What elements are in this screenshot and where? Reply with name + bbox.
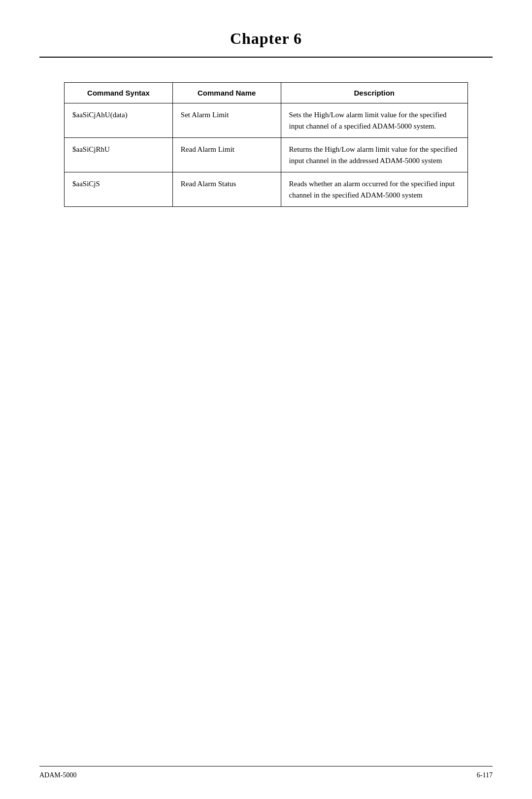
command-table: Command Syntax Command Name Description … <box>64 82 468 207</box>
cell-name-2: Read Alarm Status <box>172 172 281 207</box>
table-row: $aaSiCjSRead Alarm StatusReads whether a… <box>65 172 468 207</box>
page-footer: ADAM-5000 6-117 <box>39 766 493 779</box>
table-header-row: Command Syntax Command Name Description <box>65 83 468 103</box>
table-row: $aaSiCjRhURead Alarm LimitReturns the Hi… <box>65 138 468 172</box>
chapter-divider <box>39 57 493 58</box>
content-area: Command Syntax Command Name Description … <box>39 77 493 769</box>
cell-syntax-0: $aaSiCjAhU(data) <box>65 103 173 138</box>
footer-right: 6-117 <box>477 771 493 779</box>
cell-syntax-1: $aaSiCjRhU <box>65 138 173 172</box>
cell-description-0: Sets the High/Low alarm limit value for … <box>281 103 467 138</box>
footer-left: ADAM-5000 <box>39 771 76 779</box>
header-description: Description <box>281 83 467 103</box>
chapter-title: Chapter 6 <box>39 30 493 48</box>
cell-name-1: Read Alarm Limit <box>172 138 281 172</box>
page-container: Chapter 6 Command Syntax Command Name De… <box>0 0 532 799</box>
cell-description-1: Returns the High/Low alarm limit value f… <box>281 138 467 172</box>
header-syntax: Command Syntax <box>65 83 173 103</box>
header-name: Command Name <box>172 83 281 103</box>
cell-description-2: Reads whether an alarm occurred for the … <box>281 172 467 207</box>
cell-name-0: Set Alarm Limit <box>172 103 281 138</box>
cell-syntax-2: $aaSiCjS <box>65 172 173 207</box>
table-row: $aaSiCjAhU(data)Set Alarm LimitSets the … <box>65 103 468 138</box>
